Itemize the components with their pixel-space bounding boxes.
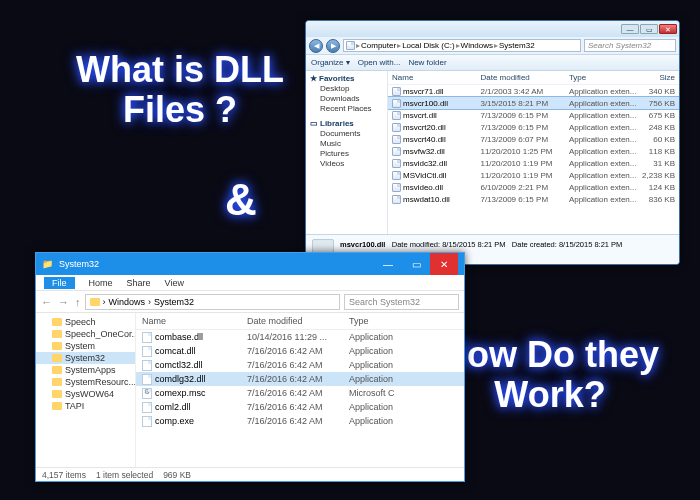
table-row[interactable]: msvcrt40.dll7/13/2009 6:07 PMApplication… (388, 133, 679, 145)
status-size: 969 KB (163, 470, 191, 480)
address-bar[interactable]: ▸Computer ▸Local Disk (C:) ▸Windows ▸Sys… (343, 39, 581, 52)
new-folder-button[interactable]: New folder (408, 58, 446, 67)
table-row[interactable]: coml2.dll7/16/2016 6:42 AMApplication (136, 400, 464, 414)
table-row[interactable]: MSVidCtl.dll11/20/2010 1:19 PMApplicatio… (388, 169, 679, 181)
sidebar-item[interactable]: TAPI (36, 400, 135, 412)
dll-file-icon (392, 87, 401, 96)
ampersand: & (225, 175, 257, 225)
folder-icon (52, 402, 62, 410)
organize-menu[interactable]: Organize ▾ (311, 58, 350, 67)
sidebar-item-downloads[interactable]: Downloads (310, 94, 383, 103)
sidebar: SpeechSpeech_OneCor...SystemSystem32Syst… (36, 313, 136, 467)
table-row[interactable]: comexp.msc7/16/2016 6:42 AMMicrosoft C (136, 386, 464, 400)
status-selected: 1 item selected (96, 470, 153, 480)
table-row[interactable]: comcat.dll7/16/2016 6:42 AMApplication (136, 344, 464, 358)
status-bar: 4,157 items 1 item selected 969 KB (36, 467, 464, 481)
titlebar[interactable]: 📁 System32 — ▭ ✕ (36, 253, 464, 275)
toolbar: Organize ▾ Open with... New folder (306, 55, 679, 71)
tab-home[interactable]: Home (89, 278, 113, 288)
dll-file-icon (392, 159, 401, 168)
sidebar-item-pictures[interactable]: Pictures (310, 149, 383, 158)
headline-question-1: What is DLL Files ? (50, 50, 310, 129)
file-icon (142, 402, 152, 413)
table-row[interactable]: msvidc32.dll11/20/2010 1:19 PMApplicatio… (388, 157, 679, 169)
search-input[interactable]: Search System32 (344, 294, 459, 310)
dll-file-icon (392, 99, 401, 108)
sidebar-item-music[interactable]: Music (310, 139, 383, 148)
table-row[interactable]: msvcr71.dll2/1/2003 3:42 AMApplication e… (388, 85, 679, 97)
sidebar-item[interactable]: Speech_OneCor... (36, 328, 135, 340)
sidebar: ★ Favorites Desktop Downloads Recent Pla… (306, 71, 388, 234)
sidebar-item-documents[interactable]: Documents (310, 129, 383, 138)
table-row[interactable]: combase.dll10/14/2016 11:29 ...Applicati… (136, 330, 464, 344)
nav-back-button[interactable]: ← (41, 296, 52, 308)
status-item-count: 4,157 items (42, 470, 86, 480)
sidebar-item-videos[interactable]: Videos (310, 159, 383, 168)
search-input[interactable]: Search System32 (584, 39, 676, 52)
close-button[interactable]: ✕ (659, 24, 677, 34)
tab-share[interactable]: Share (127, 278, 151, 288)
close-button[interactable]: ✕ (430, 253, 458, 275)
minimize-button[interactable]: — (374, 253, 402, 275)
file-icon (142, 360, 152, 371)
maximize-button[interactable]: ▭ (640, 24, 658, 34)
dll-file-icon (392, 111, 401, 120)
window-title: System32 (59, 259, 99, 269)
dll-file-icon (392, 123, 401, 132)
sidebar-item-recent[interactable]: Recent Places (310, 104, 383, 113)
maximize-button[interactable]: ▭ (402, 253, 430, 275)
sidebar-item[interactable]: System32 (36, 352, 135, 364)
file-list: Name Date modified Type combase.dll10/14… (136, 313, 464, 467)
explorer-window-win10: 📁 System32 — ▭ ✕ File Home Share View ← … (35, 252, 465, 482)
dll-file-icon (392, 183, 401, 192)
sidebar-libraries[interactable]: ▭ Libraries (310, 119, 383, 128)
tab-view[interactable]: View (165, 278, 184, 288)
folder-icon (52, 318, 62, 326)
folder-icon (52, 342, 62, 350)
explorer-window-win7: — ▭ ✕ ◀ ▶ ▸Computer ▸Local Disk (C:) ▸Wi… (305, 20, 680, 265)
folder-icon (52, 330, 62, 338)
sidebar-item[interactable]: SystemApps (36, 364, 135, 376)
nav-back-button[interactable]: ◀ (309, 39, 323, 53)
dll-file-icon (392, 195, 401, 204)
sidebar-item[interactable]: SysWOW64 (36, 388, 135, 400)
column-headers[interactable]: Name Date modified Type Size (388, 71, 679, 85)
table-row[interactable]: msvfw32.dll11/20/2010 1:25 PMApplication… (388, 145, 679, 157)
ribbon-tabs: File Home Share View (36, 275, 464, 291)
titlebar[interactable]: — ▭ ✕ (306, 21, 679, 37)
nav-forward-button[interactable]: → (58, 296, 69, 308)
sidebar-item[interactable]: System (36, 340, 135, 352)
file-icon (142, 388, 152, 399)
folder-icon (52, 354, 62, 362)
sidebar-item[interactable]: SystemResourc... (36, 376, 135, 388)
file-list: Name Date modified Type Size msvcr71.dll… (388, 71, 679, 234)
table-row[interactable]: comctl32.dll7/16/2016 6:42 AMApplication (136, 358, 464, 372)
nav-forward-button[interactable]: ▶ (326, 39, 340, 53)
table-row[interactable]: msvcrt.dll7/13/2009 6:15 PMApplication e… (388, 109, 679, 121)
folder-icon (52, 390, 62, 398)
table-row[interactable]: mswdat10.dll7/13/2009 6:15 PMApplication… (388, 193, 679, 205)
table-row[interactable]: comp.exe7/16/2016 6:42 AMApplication (136, 414, 464, 428)
table-row[interactable]: msvcrt20.dll7/13/2009 6:15 PMApplication… (388, 121, 679, 133)
tab-file[interactable]: File (44, 277, 75, 289)
headline-question-2: How Do they Work? (440, 335, 660, 414)
table-row[interactable]: comdlg32.dll7/16/2016 6:42 AMApplication (136, 372, 464, 386)
folder-icon: 📁 (42, 259, 53, 269)
dll-file-icon (392, 171, 401, 180)
nav-up-button[interactable]: ↑ (75, 296, 81, 308)
file-icon (142, 346, 152, 357)
table-row[interactable]: msvideo.dll6/10/2009 2:21 PMApplication … (388, 181, 679, 193)
folder-icon (52, 378, 62, 386)
minimize-button[interactable]: — (621, 24, 639, 34)
sidebar-favorites[interactable]: ★ Favorites (310, 74, 383, 83)
table-row[interactable]: msvcr100.dll3/15/2015 8:21 PMApplication… (388, 97, 679, 109)
column-headers[interactable]: Name Date modified Type (136, 313, 464, 330)
sidebar-item-desktop[interactable]: Desktop (310, 84, 383, 93)
dll-file-icon (392, 147, 401, 156)
address-bar[interactable]: ›Windows ›System32 (85, 294, 341, 310)
dll-file-icon (392, 135, 401, 144)
sidebar-item[interactable]: Speech (36, 316, 135, 328)
file-icon (142, 416, 152, 427)
open-with-button[interactable]: Open with... (358, 58, 401, 67)
folder-icon (90, 298, 100, 306)
